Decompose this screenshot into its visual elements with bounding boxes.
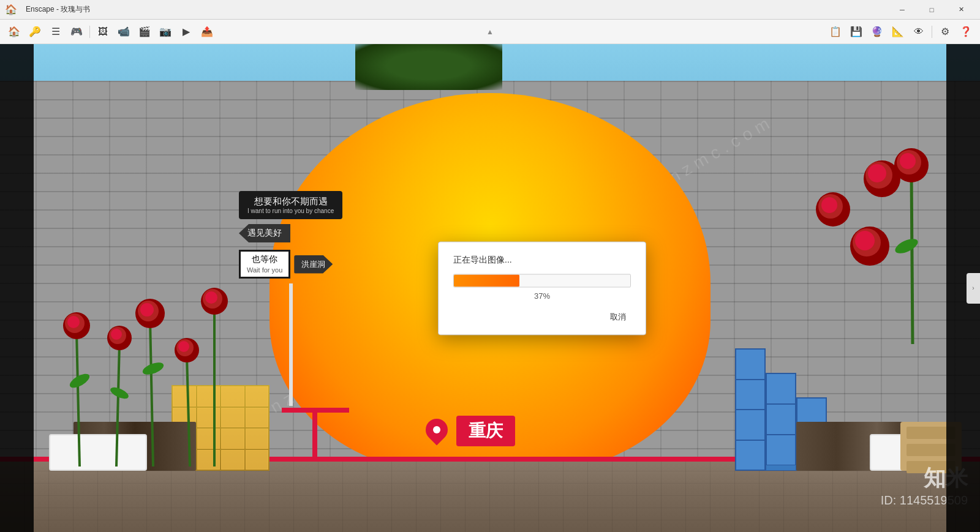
toolbar-game-icon[interactable]: 🎮 bbox=[67, 23, 86, 40]
toolbar-image-icon[interactable]: 🖼 bbox=[94, 23, 112, 40]
toolbar-help-icon[interactable]: ❓ bbox=[957, 23, 975, 40]
shelf-cell bbox=[766, 373, 796, 404]
glass-cell bbox=[197, 408, 221, 428]
toolbar-separator-2 bbox=[932, 26, 932, 38]
main-area: www.znzmc.com www.znzmc.com www.znzmc.co… bbox=[0, 44, 980, 532]
toolbar-right: 📋 💾 🔮 📐 👁 ⚙ ❓ bbox=[826, 23, 975, 40]
toolbar-play-icon[interactable]: ▶ bbox=[177, 23, 195, 40]
glass-cell bbox=[197, 386, 221, 406]
toolbar-vr-icon[interactable]: 🔮 bbox=[868, 23, 886, 40]
glass-cell bbox=[246, 408, 269, 428]
toolbar-export-icon[interactable]: 📤 bbox=[198, 23, 216, 40]
shelf-col-2 bbox=[766, 373, 796, 471]
sign-main-text: 想要和你不期而遇 I want to run into you by chanc… bbox=[239, 191, 342, 219]
toolbar-measure-icon[interactable]: 📐 bbox=[889, 23, 907, 40]
sign-pole bbox=[289, 283, 293, 406]
tree-top bbox=[355, 44, 502, 90]
toolbar-key-icon[interactable]: 🔑 bbox=[26, 23, 44, 40]
app-title: Enscape - 玫瑰与书 bbox=[26, 4, 90, 15]
toolbar-list-icon[interactable]: ☰ bbox=[47, 23, 65, 40]
progress-dialog: 正在导出图像... 37% 取消 bbox=[438, 241, 646, 335]
shelf-cell bbox=[736, 380, 765, 410]
sign-wait-box: 也等你 Wait for you bbox=[239, 250, 290, 279]
toolbar-camera-icon[interactable]: 📷 bbox=[156, 23, 175, 40]
close-button[interactable]: ✕ bbox=[947, 0, 975, 20]
progress-bar-fill bbox=[454, 274, 519, 287]
progress-bar-track bbox=[453, 274, 631, 287]
location-area: 重庆 bbox=[426, 416, 515, 446]
progress-title: 正在导出图像... bbox=[453, 254, 631, 265]
maximize-button[interactable]: □ bbox=[918, 0, 946, 20]
glass-cell bbox=[197, 450, 221, 470]
glass-cell bbox=[221, 408, 244, 428]
progress-percent: 37% bbox=[453, 291, 631, 300]
toolbar-settings-icon[interactable]: ⚙ bbox=[936, 23, 954, 40]
shelf-cell bbox=[736, 440, 765, 471]
toolbar: 🏠 🔑 ☰ 🎮 🖼 📹 🎬 📷 ▶ 📤 ▲ 📋 💾 🔮 📐 👁 ⚙ ❓ bbox=[0, 20, 980, 44]
t-bar-horizontal bbox=[282, 408, 349, 413]
glass-cell bbox=[221, 386, 244, 406]
sign-post: 想要和你不期而遇 I want to run into you by chanc… bbox=[239, 191, 342, 406]
shelf-cell bbox=[736, 410, 765, 440]
toolbar-film-icon[interactable]: 🎬 bbox=[135, 23, 154, 40]
shelf-cell bbox=[766, 435, 796, 465]
toolbar-collapse-arrow[interactable]: ▲ bbox=[486, 28, 494, 36]
shelf-col-1 bbox=[735, 348, 766, 471]
side-bar-right-button[interactable]: › bbox=[967, 273, 980, 304]
minimize-button[interactable]: ─ bbox=[888, 0, 916, 20]
location-pin-container bbox=[426, 419, 450, 443]
glass-cell bbox=[197, 429, 221, 449]
glass-cell bbox=[246, 450, 269, 470]
progress-cancel-row: 取消 bbox=[453, 309, 631, 324]
toolbar-separator-1 bbox=[89, 26, 90, 38]
shelf-cell bbox=[766, 404, 796, 435]
glass-cell bbox=[173, 386, 196, 406]
chongqing-sign: 重庆 bbox=[456, 416, 515, 446]
planter-left bbox=[49, 434, 147, 471]
toolbar-video-icon[interactable]: 📹 bbox=[115, 23, 133, 40]
side-bar-left bbox=[0, 44, 34, 532]
glass-cell bbox=[221, 429, 244, 449]
titlebar-left: 🏠 Enscape - 玫瑰与书 bbox=[5, 4, 90, 15]
progress-cancel-button[interactable]: 取消 bbox=[605, 309, 631, 324]
sign-hongya-arrow: 洪崖洞 bbox=[294, 255, 333, 274]
toolbar-eye-icon[interactable]: 👁 bbox=[910, 23, 928, 40]
side-bar-right: › bbox=[946, 44, 980, 532]
glass-cell bbox=[246, 386, 269, 406]
toolbar-home-icon[interactable]: 🏠 bbox=[5, 23, 23, 40]
titlebar-wincontrols: ─ □ ✕ bbox=[888, 0, 975, 20]
titlebar: 🏠 Enscape - 玫瑰与书 ─ □ ✕ bbox=[0, 0, 980, 20]
location-pin bbox=[421, 414, 453, 446]
t-bar-vertical bbox=[312, 410, 317, 459]
toolbar-clipboard-icon[interactable]: 📋 bbox=[826, 23, 845, 40]
app-icon: 🏠 bbox=[5, 4, 17, 15]
toolbar-save-icon[interactable]: 💾 bbox=[847, 23, 865, 40]
glass-cell bbox=[246, 429, 269, 449]
shelf-cell bbox=[736, 349, 765, 380]
sign-meet-arrow: 遇见美好 bbox=[239, 224, 290, 242]
glass-cell bbox=[221, 450, 244, 470]
